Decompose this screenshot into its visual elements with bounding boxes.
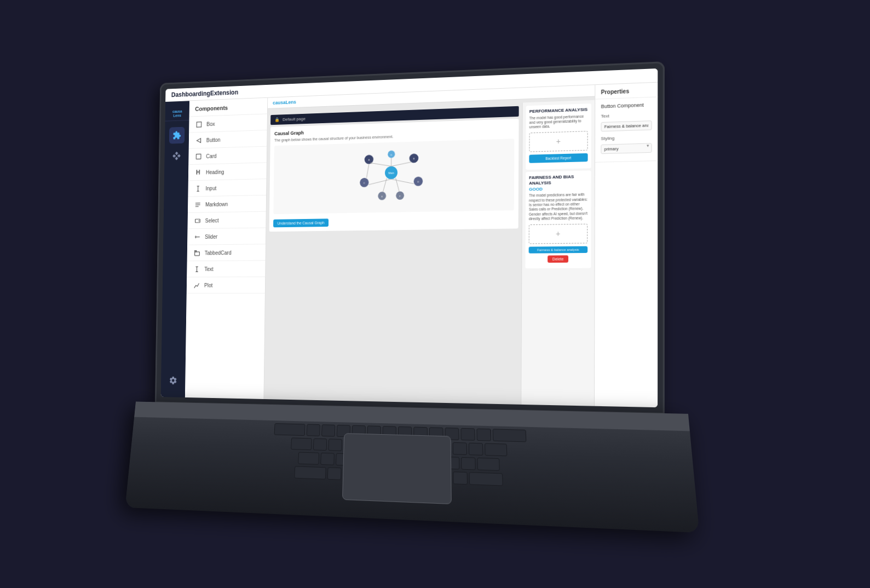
svg-marker-1 [196,138,200,142]
laptop-screen: DashboardingExtension causaLens [154,61,664,414]
fairness-desc: The model predictions are fair with resp… [528,192,587,221]
sidebar-icon-puzzle[interactable] [169,127,185,144]
fairness-analysis-card: FAIRNESS AND BIAS ANALYSIS GOOD The mode… [525,170,591,268]
canvas-area: causaLens 🔒 Default page [264,85,595,406]
component-card-label: Card [206,153,216,159]
causal-graph-card: Causal Graph The graph below shows the c… [269,119,518,232]
fairness-title: FAIRNESS AND BIAS ANALYSIS [529,174,587,186]
laptop-wrapper: DashboardingExtension causaLens [107,48,764,540]
icon-sidebar: causaLens [160,101,189,397]
fairness-button[interactable]: Fairness & balance analysis [528,246,587,253]
svg-text:C: C [363,182,365,185]
component-button-label: Button [206,137,220,143]
markdown-icon [193,200,201,209]
delete-button[interactable]: Delete [548,255,568,263]
component-box[interactable]: Box [189,114,267,132]
causal-graph-svg: Main A B C [344,143,439,210]
tabbedcard-icon [193,249,200,257]
sidebar-logo: causaLens [172,109,182,118]
component-card[interactable]: Card [188,147,267,165]
perf-desc: The model has good performance and very … [529,114,587,130]
laptop-base [125,402,699,533]
component-input[interactable]: Input [188,179,266,197]
prop-component-name: Button Component [601,102,652,109]
input-icon [194,184,201,192]
component-heading-label: Heading [205,169,223,175]
svg-text:A: A [368,159,370,162]
component-markdown[interactable]: Markdown [187,195,266,213]
laptop: DashboardingExtension causaLens [153,58,748,534]
perf-add-button[interactable]: + [529,131,587,152]
plot-icon [192,281,200,289]
svg-line-35 [371,163,391,167]
prop-text-label: Text [601,112,652,119]
component-text[interactable]: Text [187,261,265,277]
svg-line-37 [366,164,368,178]
causal-graph-visual: Main A B C [273,139,514,214]
component-plot-label: Plot [204,282,212,288]
component-text-label: Text [204,266,214,272]
prop-styling-select[interactable]: primary secondary danger [601,143,652,154]
performance-analysis-card: PERFORMANCE ANALYSIS The model has good … [526,103,591,170]
prop-styling-label: Styling [601,135,652,141]
inner-app: causaLens [160,83,658,407]
svg-text:Main: Main [388,172,394,175]
sidebar-icon-move[interactable] [169,148,185,165]
sidebar-icon-settings[interactable] [165,372,181,389]
prop-styling-select-wrapper: primary secondary danger [601,141,652,157]
screen-inner: DashboardingExtension causaLens [160,68,658,407]
understand-graph-button[interactable]: Understand the Causal Graph [273,218,329,227]
app-title: DashboardingExtension [171,89,238,99]
properties-panel-title: Properties [595,83,658,100]
component-plot[interactable]: Plot [186,277,264,293]
text-icon [192,265,200,273]
backtest-report-button[interactable]: Backtest Report [529,153,587,163]
component-slider-label: Slider [205,234,217,240]
svg-text:D: D [417,181,419,183]
svg-text:B: B [413,157,414,160]
svg-line-39 [391,178,413,184]
svg-rect-2 [195,154,200,159]
component-box-label: Box [206,121,215,127]
page-label: Default page [283,117,306,122]
logo-area: causaLens [165,106,189,122]
svg-line-38 [368,179,391,185]
component-input-label: Input [205,185,216,191]
properties-panel: Properties Button Component Text Styling… [594,83,657,407]
component-heading[interactable]: H Heading [188,163,266,181]
card-icon [194,152,201,161]
fairness-add-button[interactable]: + [528,223,587,244]
perf-title: PERFORMANCE ANALYSIS [529,107,587,114]
slider-icon [193,233,200,241]
svg-line-36 [391,162,411,166]
select-icon [193,216,201,224]
app-layout: DashboardingExtension causaLens [160,68,658,407]
prop-component-section: Button Component Text Styling primary se… [595,97,657,162]
prop-text-input[interactable] [601,120,652,131]
box-icon [194,120,202,129]
canvas-logo: causaLens [273,99,296,105]
svg-text:G: G [390,153,392,156]
component-markdown-label: Markdown [205,201,228,207]
component-tabbedcard-label: TabbedCard [204,250,231,256]
fairness-status: GOOD [529,186,587,192]
svg-text:F: F [399,195,401,198]
component-button[interactable]: Button [188,130,267,149]
heading-icon: H [194,168,201,176]
component-slider[interactable]: Slider [187,228,266,245]
svg-text:E: E [381,195,383,198]
button-icon [194,136,202,145]
component-select-label: Select [205,217,218,223]
svg-rect-15 [194,250,196,251]
svg-rect-0 [196,122,201,126]
components-panel: Components Box [185,98,267,399]
svg-rect-13 [194,251,199,255]
touchpad [342,433,451,504]
component-tabbedcard[interactable]: TabbedCard [187,244,265,261]
component-select[interactable]: Select [187,212,266,229]
